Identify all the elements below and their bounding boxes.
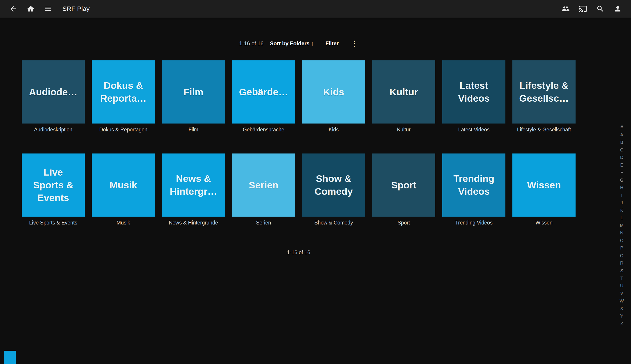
category-tile-label: Kultur (390, 86, 418, 98)
app-bar-right (561, 4, 622, 13)
main-content: 1-16 of 16 Sort by Folders ↑ Filter ⋮ Au… (22, 40, 576, 256)
alphabet-letter[interactable]: I (619, 192, 625, 199)
alphabet-letter[interactable]: Y (619, 312, 625, 320)
back-button[interactable] (9, 4, 18, 13)
search-button[interactable] (596, 4, 604, 13)
home-button[interactable] (26, 4, 35, 13)
category-cell: Film Film (162, 60, 225, 133)
sort-button[interactable]: Sort by Folders ↑ (270, 40, 314, 47)
category-tile[interactable]: Trending Videos (442, 154, 506, 216)
category-tile-label: Kids (323, 86, 344, 98)
menu-button[interactable] (44, 4, 52, 13)
alphabet-letter[interactable]: O (619, 237, 625, 244)
back-arrow-icon (9, 5, 17, 13)
alphabet-letter[interactable]: X (619, 305, 625, 312)
alphabet-letter[interactable]: J (619, 199, 625, 207)
category-tile[interactable]: Dokus & Reporta… (92, 60, 155, 124)
category-cell: Serien Serien (232, 154, 295, 226)
category-cell: Kultur Kultur (372, 60, 435, 133)
alphabet-letter[interactable]: Q (619, 252, 625, 260)
alphabet-letter[interactable]: R (619, 260, 625, 267)
page-title: SRF Play (62, 5, 90, 12)
srf-play-screen: SRF Play 1-16 of 16 Sort by Folders ↑ F (0, 0, 631, 256)
people-icon (562, 5, 570, 13)
category-cell: Trending Videos Trending Videos (442, 154, 506, 226)
hamburger-menu-icon (44, 5, 52, 13)
category-cell: Lifestyle & Gesellsc… Lifestyle & Gesell… (512, 60, 576, 133)
app-bar-left: SRF Play (9, 4, 90, 13)
category-caption: Kultur (372, 127, 435, 133)
category-caption: Audiodeskription (22, 127, 85, 133)
alphabet-letter[interactable]: B (619, 138, 625, 146)
scroll-peek-tile[interactable] (4, 351, 16, 364)
category-tile-label: Wissen (527, 179, 561, 192)
category-tile-label: Show & Comedy (308, 172, 359, 198)
alphabet-letter[interactable]: W (619, 297, 625, 305)
alphabet-letter[interactable]: V (619, 290, 625, 297)
alphabet-letter[interactable]: A (619, 131, 625, 139)
group-button[interactable] (561, 4, 570, 13)
category-caption: Gebärdensprache (232, 127, 295, 133)
category-tile[interactable]: Show & Comedy (302, 154, 365, 216)
category-caption: Show & Comedy (302, 220, 365, 226)
alphabet-letter[interactable]: N (619, 229, 625, 237)
category-tile-label: Serien (249, 179, 278, 192)
more-options-button[interactable]: ⋮ (350, 40, 358, 47)
category-tile-label: Lifestyle & Gesellsc… (519, 79, 569, 105)
alphabet-letter[interactable]: E (619, 162, 625, 169)
alphabet-letter[interactable]: S (619, 267, 625, 275)
category-cell: Kids Kids (302, 60, 365, 133)
category-tile-label: Trending Videos (448, 172, 499, 198)
category-caption: Sport (372, 220, 435, 226)
category-tile[interactable]: Lifestyle & Gesellsc… (512, 60, 576, 124)
alphabet-letter[interactable]: C (619, 146, 625, 154)
category-tile[interactable]: News & Hintergr… (162, 154, 225, 216)
category-caption: Musik (92, 220, 155, 226)
alphabet-letter[interactable]: T (619, 274, 625, 282)
alphabet-scrollbar[interactable]: #ABCDEFGHIJKLMNOPQRSTUVWXYZ (619, 124, 625, 328)
filter-button[interactable]: Filter (325, 40, 338, 47)
category-tile-label: Live Sports & Events (28, 166, 78, 204)
category-tile-label: Latest Videos (448, 79, 499, 105)
category-tile[interactable]: Film (162, 60, 225, 124)
category-caption: Dokus & Reportagen (92, 127, 155, 133)
profile-button[interactable] (614, 4, 622, 13)
category-tile[interactable]: Musik (92, 154, 155, 216)
category-tile[interactable]: Live Sports & Events (22, 154, 85, 216)
alphabet-letter[interactable]: H (619, 184, 625, 192)
category-cell: Gebärde… Gebärdensprache (232, 60, 295, 133)
sort-ascending-icon: ↑ (311, 40, 314, 47)
category-cell: Latest Videos Latest Videos (442, 60, 506, 133)
category-tile[interactable]: Gebärde… (232, 60, 295, 124)
category-tile[interactable]: Kultur (372, 60, 435, 124)
alphabet-letter[interactable]: F (619, 169, 625, 176)
alphabet-letter[interactable]: M (619, 222, 625, 230)
footer-item-count: 1-16 of 16 (22, 250, 576, 256)
category-tile[interactable]: Wissen (512, 154, 576, 216)
category-tile-label: Musik (110, 179, 137, 192)
category-tile-label: News & Hintergr… (168, 172, 219, 198)
alphabet-letter[interactable]: P (619, 244, 625, 252)
alphabet-letter[interactable]: L (619, 214, 625, 222)
alphabet-letter[interactable]: # (619, 124, 625, 131)
cast-button[interactable] (579, 4, 587, 13)
home-icon (26, 5, 35, 13)
category-tile[interactable]: Serien (232, 154, 295, 216)
category-tile[interactable]: Latest Videos (442, 60, 506, 124)
cast-icon (579, 5, 587, 13)
category-cell: Show & Comedy Show & Comedy (302, 154, 365, 226)
category-caption: Kids (302, 127, 365, 133)
alphabet-letter[interactable]: U (619, 282, 625, 290)
alphabet-letter[interactable]: D (619, 154, 625, 162)
alphabet-letter[interactable]: Z (619, 320, 625, 328)
category-cell: Sport Sport (372, 154, 435, 226)
sort-label: Sort by Folders (270, 40, 310, 47)
category-tile[interactable]: Audiode… (22, 60, 85, 124)
category-cell: Live Sports & Events Live Sports & Event… (22, 154, 85, 226)
category-caption: Latest Videos (442, 127, 506, 133)
category-tile[interactable]: Sport (372, 154, 435, 216)
search-icon (596, 5, 604, 13)
category-tile[interactable]: Kids (302, 60, 365, 124)
alphabet-letter[interactable]: G (619, 176, 625, 184)
alphabet-letter[interactable]: K (619, 207, 625, 214)
